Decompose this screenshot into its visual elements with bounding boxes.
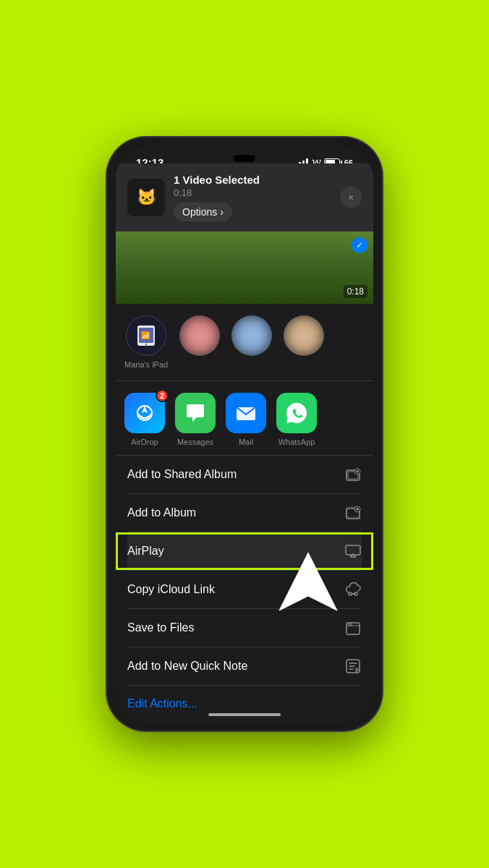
action-save-to-files[interactable]: Save to Files <box>127 609 362 647</box>
action-label-add-to-quick-note: Add to New Quick Note <box>127 660 247 673</box>
svg-point-2 <box>145 344 148 346</box>
home-indicator <box>208 713 281 716</box>
avatar-blurred-1 <box>179 315 220 356</box>
contacts-row: 📶 Maria's iPad <box>116 304 373 381</box>
svg-point-19 <box>349 592 352 595</box>
svg-rect-22 <box>348 623 352 626</box>
action-airplay[interactable]: AirPlay <box>127 532 362 571</box>
options-button[interactable]: Options › <box>174 203 232 221</box>
mail-icon <box>226 393 266 433</box>
options-chevron: › <box>220 206 224 218</box>
contact-item-blurred-1[interactable] <box>179 315 220 369</box>
video-check-badge: ✓ <box>352 237 367 253</box>
app-item-whatsapp[interactable]: WhatsApp <box>276 393 317 446</box>
device-avatar: 📶 <box>126 315 166 356</box>
action-copy-icloud-link[interactable]: Copy iCloud Link <box>127 571 362 609</box>
options-label: Options <box>182 206 217 218</box>
phone-outer: 12:13 𝓦 66 <box>107 137 382 731</box>
add-to-album-icon <box>344 504 362 522</box>
messages-icon <box>175 393 216 433</box>
airplay-icon <box>344 542 362 560</box>
screen-content: 12:13 𝓦 66 <box>116 146 373 722</box>
action-list: Add to Shared Album Add to Album <box>116 456 373 722</box>
avatar-blurred-2 <box>231 315 272 356</box>
save-to-files-icon <box>344 619 362 637</box>
action-label-save-to-files: Save to Files <box>127 621 194 634</box>
video-preview: ✓ 0:18 <box>116 231 373 304</box>
share-title: 1 Video Selected <box>174 174 331 186</box>
icloud-link-icon <box>344 581 362 598</box>
phone-screen: 12:13 𝓦 66 <box>116 146 373 722</box>
app-badge-airdrop: 2 <box>156 389 169 402</box>
app-name-mail: Mail <box>239 438 253 446</box>
add-to-shared-album-icon <box>344 466 362 483</box>
contact-item-blurred-3[interactable] <box>284 315 324 369</box>
close-button[interactable]: × <box>340 187 362 208</box>
share-sheet: 🐱 1 Video Selected 0:18 Options › × <box>116 163 373 722</box>
close-icon: × <box>348 192 354 203</box>
svg-point-20 <box>354 592 357 595</box>
action-label-add-to-album: Add to Album <box>127 506 196 519</box>
action-add-to-shared-album[interactable]: Add to Shared Album <box>127 456 362 494</box>
action-add-to-album[interactable]: Add to Album <box>127 494 362 532</box>
edit-actions-label: Edit Actions... <box>127 697 197 710</box>
apps-row: 2 AirDrop <box>116 381 373 456</box>
action-label-airplay: AirPlay <box>127 545 164 558</box>
action-label-copy-icloud-link: Copy iCloud Link <box>127 583 215 596</box>
edit-actions[interactable]: Edit Actions... <box>127 686 362 722</box>
app-name-messages: Messages <box>177 438 213 446</box>
contact-name-device: Maria's iPad <box>124 360 168 369</box>
airdrop-icon: 2 <box>124 393 165 433</box>
app-item-airdrop[interactable]: 2 AirDrop <box>124 393 165 446</box>
contact-item-blurred-2[interactable] <box>231 315 272 369</box>
action-label-add-to-shared-album: Add to Shared Album <box>127 468 237 481</box>
app-item-messages[interactable]: Messages <box>175 393 216 446</box>
share-header: 🐱 1 Video Selected 0:18 Options › × <box>116 163 373 231</box>
video-duration: 0:18 <box>344 285 367 298</box>
app-name-airdrop: AirDrop <box>131 438 158 446</box>
avatar-blurred-3 <box>284 315 324 356</box>
app-item-mail[interactable]: Mail <box>226 393 266 446</box>
dynamic-island <box>234 155 255 162</box>
app-name-whatsapp: WhatsApp <box>278 438 315 446</box>
share-subtitle: 0:18 <box>174 187 331 198</box>
share-thumbnail: 🐱 <box>127 179 165 216</box>
quick-note-icon <box>344 658 362 675</box>
share-info: 1 Video Selected 0:18 Options › <box>174 174 331 221</box>
whatsapp-icon <box>276 393 317 433</box>
svg-text:📶: 📶 <box>141 331 150 340</box>
action-add-to-quick-note[interactable]: Add to New Quick Note <box>127 647 362 686</box>
contact-item-device[interactable]: 📶 Maria's iPad <box>124 315 168 369</box>
